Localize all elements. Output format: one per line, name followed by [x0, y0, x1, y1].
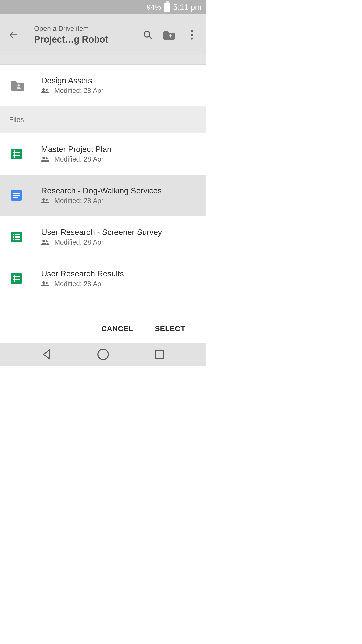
svg-point-5 — [42, 88, 45, 91]
file-row[interactable]: Master Project PlanModified: 28 Apr — [0, 133, 206, 175]
files-section-header: Files — [0, 106, 206, 133]
file-modified: Modified: 28 Apr — [54, 280, 103, 288]
cancel-button[interactable]: CANCEL — [101, 324, 133, 333]
file-name: Master Project Plan — [41, 145, 197, 154]
file-modified: Modified: 28 Apr — [54, 155, 103, 163]
shared-icon — [41, 88, 49, 94]
file-name: User Research - Screener Survey — [41, 228, 197, 237]
new-folder-button[interactable] — [159, 24, 181, 46]
docs-icon — [11, 190, 22, 201]
file-modified: Modified: 28 Apr — [54, 197, 103, 205]
folder-plus-icon — [163, 30, 176, 40]
file-list: Design Assets Modified: 28 Apr Files Mas… — [0, 55, 206, 314]
svg-point-15 — [98, 349, 108, 360]
file-modified: Modified: 28 Apr — [54, 238, 103, 246]
list-top-gap — [0, 55, 206, 65]
android-back-button[interactable] — [36, 347, 57, 361]
back-button[interactable] — [3, 25, 24, 45]
picker-action-bar: CANCEL SELECT — [0, 314, 206, 343]
svg-point-11 — [42, 240, 45, 242]
clock: 5:11 pm — [173, 3, 201, 12]
svg-point-4 — [18, 84, 20, 87]
battery-icon — [164, 3, 170, 12]
svg-point-1 — [191, 30, 193, 32]
file-row[interactable]: User Research ResultsModified: 28 Apr — [0, 258, 206, 299]
battery-percent: 94% — [147, 3, 161, 11]
shared-icon — [41, 198, 49, 204]
svg-point-9 — [42, 198, 45, 201]
svg-rect-16 — [155, 350, 164, 359]
app-bar-titles: Open a Drive item Project…g Robot — [24, 25, 137, 45]
file-name: Research - Dog-Walking Services — [41, 186, 197, 195]
search-button[interactable] — [137, 24, 159, 46]
square-recents-icon — [154, 349, 165, 360]
folder-modified: Modified: 28 Apr — [54, 87, 103, 95]
shared-icon — [41, 156, 49, 163]
svg-point-7 — [42, 157, 45, 159]
arrow-left-icon — [8, 30, 18, 40]
svg-point-12 — [46, 240, 48, 242]
svg-point-8 — [46, 157, 48, 159]
app-bar-title: Project…g Robot — [34, 34, 137, 45]
svg-point-6 — [46, 89, 48, 91]
sheets-icon — [11, 273, 22, 284]
svg-point-14 — [46, 282, 48, 284]
svg-point-3 — [191, 38, 193, 40]
file-name: User Research Results — [41, 269, 197, 278]
app-bar: Open a Drive item Project…g Robot — [0, 14, 206, 55]
search-icon — [142, 30, 153, 40]
android-home-button[interactable] — [93, 347, 113, 361]
android-recents-button[interactable] — [149, 347, 169, 361]
sheets-icon — [11, 149, 22, 159]
circle-home-icon — [97, 348, 109, 361]
shared-icon — [41, 281, 49, 287]
file-row[interactable]: User Research - Screener SurveyModified:… — [0, 216, 206, 258]
forms-icon — [11, 232, 22, 242]
app-bar-subtitle: Open a Drive item — [34, 25, 137, 33]
folder-row[interactable]: Design Assets Modified: 28 Apr — [0, 65, 206, 106]
folder-name: Design Assets — [41, 76, 197, 85]
svg-point-10 — [46, 199, 48, 201]
svg-point-13 — [42, 281, 45, 284]
select-button[interactable]: SELECT — [155, 324, 185, 333]
svg-point-2 — [191, 34, 193, 36]
svg-point-0 — [144, 31, 150, 37]
file-row[interactable]: Research - Dog-Walking ServicesModified:… — [0, 175, 206, 216]
folder-shared-icon — [11, 80, 29, 91]
overflow-menu-button[interactable] — [181, 24, 203, 46]
android-nav-bar — [0, 343, 206, 366]
more-vert-icon — [188, 30, 195, 40]
shared-icon — [41, 239, 49, 246]
triangle-back-icon — [40, 348, 53, 360]
android-status-bar: 94% 5:11 pm — [0, 0, 206, 14]
